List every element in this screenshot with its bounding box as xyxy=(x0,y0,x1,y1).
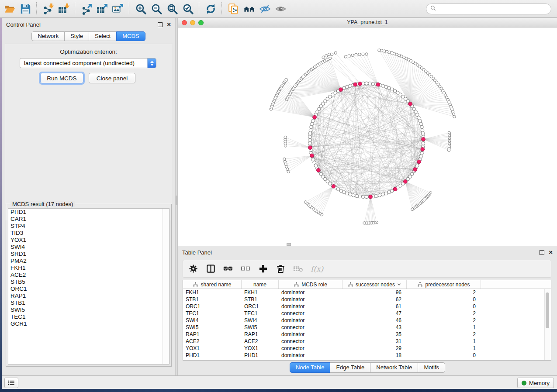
table-cell[interactable]: 29 xyxy=(343,345,407,352)
table-cell[interactable]: SWI4 xyxy=(183,317,242,324)
close-panel-button[interactable]: Close panel xyxy=(89,73,135,83)
show-all-button[interactable] xyxy=(273,2,288,16)
table-cell[interactable]: YOX1 xyxy=(183,345,242,352)
table-cell[interactable]: 1 xyxy=(407,345,481,352)
table-cell[interactable]: ORC1 xyxy=(242,303,279,310)
table-cell[interactable]: 2 xyxy=(407,310,481,317)
float-panel-icon[interactable] xyxy=(158,22,163,27)
table-cell[interactable]: SWI5 xyxy=(183,324,242,331)
export-network-button[interactable] xyxy=(79,2,94,16)
open-file-button[interactable] xyxy=(2,2,17,16)
mcds-result-list[interactable]: PHD1CAR1STP4TID3YOX1SWI4SRD1PMA2FKH1ACE2… xyxy=(8,208,170,364)
table-cell[interactable]: 18 xyxy=(343,352,407,359)
scrollbar-thumb[interactable] xyxy=(546,292,549,328)
table-cell[interactable]: 0 xyxy=(407,296,481,303)
network-graph[interactable] xyxy=(178,28,557,246)
table-cell[interactable]: RAP1 xyxy=(242,331,279,338)
table-row[interactable]: FKH1FKH1dominator962 xyxy=(183,289,551,296)
table-cell[interactable]: 2 xyxy=(407,289,481,296)
tab-style[interactable]: Style xyxy=(64,31,89,41)
table-cell[interactable]: dominator xyxy=(279,331,343,338)
column-header-shared-name[interactable]: shared name xyxy=(183,280,242,289)
table-cell[interactable]: RAP1 xyxy=(183,331,242,338)
export-table-button[interactable] xyxy=(94,2,110,16)
table-cell[interactable]: 35 xyxy=(343,331,407,338)
table-cell[interactable]: STB1 xyxy=(242,296,279,303)
table-cell[interactable]: ACE2 xyxy=(242,338,279,345)
memory-button[interactable]: Memory xyxy=(517,378,554,388)
table-row[interactable]: SWI5SWI5connector431 xyxy=(183,324,551,331)
table-cell[interactable]: 62 xyxy=(343,296,407,303)
table-cell[interactable]: 2 xyxy=(407,317,481,324)
network-window-titlebar[interactable]: YPA_prune.txt_1 xyxy=(178,18,557,28)
table-cell[interactable]: 0 xyxy=(407,352,481,359)
table-cell[interactable]: STB1 xyxy=(183,296,242,303)
refresh-button[interactable] xyxy=(203,2,218,16)
delete-button[interactable] xyxy=(276,264,286,274)
column-header-successor-nodes[interactable]: successor nodes xyxy=(343,280,407,289)
zoom-in-button[interactable] xyxy=(133,2,149,16)
table-tab-motifs[interactable]: Motifs xyxy=(418,362,445,373)
mcds-result-item[interactable]: ORC1 xyxy=(8,285,169,292)
tab-mcds[interactable]: MCDS xyxy=(116,31,145,41)
table-cell[interactable]: 96 xyxy=(343,289,407,296)
copy-network-button[interactable] xyxy=(225,2,241,16)
table-cell[interactable]: dominator xyxy=(279,317,343,324)
table-cell[interactable]: connector xyxy=(279,338,343,345)
zoom-out-button[interactable] xyxy=(149,2,164,16)
table-cell[interactable]: ACE2 xyxy=(183,338,242,345)
mcds-result-item[interactable]: STB1 xyxy=(8,299,169,306)
list-scrollbar[interactable] xyxy=(163,209,169,364)
mcds-result-item[interactable]: FKH1 xyxy=(8,265,169,272)
table-cell[interactable]: FKH1 xyxy=(242,289,279,296)
mcds-result-item[interactable]: ACE2 xyxy=(8,272,169,279)
table-cell[interactable]: PHD1 xyxy=(183,352,242,359)
table-row[interactable]: STB1STB1dominator620 xyxy=(183,296,551,303)
deselect-all-button[interactable] xyxy=(241,264,251,274)
table-row[interactable]: SWI4SWI4dominator462 xyxy=(183,317,551,324)
tab-select[interactable]: Select xyxy=(89,31,117,41)
table-scrollbar[interactable] xyxy=(544,289,550,360)
table-cell[interactable]: 47 xyxy=(343,310,407,317)
import-network-file-button[interactable] xyxy=(40,2,56,16)
search-input[interactable] xyxy=(438,4,551,14)
table-tab-edge-table[interactable]: Edge Table xyxy=(330,362,370,373)
dual-home-button[interactable] xyxy=(241,2,257,16)
table-cell[interactable]: TEC1 xyxy=(183,310,242,317)
column-header-predecessor-nodes[interactable]: predecessor nodes xyxy=(407,280,481,289)
mcds-result-item[interactable]: SWI4 xyxy=(8,244,169,251)
close-table-panel-icon[interactable]: × xyxy=(549,250,553,255)
table-row[interactable]: ORC1ORC1dominator610 xyxy=(183,303,551,310)
import-table-file-button[interactable] xyxy=(56,2,72,16)
table-cell[interactable]: dominator xyxy=(279,303,343,310)
table-cell[interactable]: 43 xyxy=(343,324,407,331)
table-cell[interactable]: 31 xyxy=(343,338,407,345)
table-cell[interactable]: 1 xyxy=(407,324,481,331)
run-mcds-button[interactable]: Run MCDS xyxy=(40,73,83,83)
float-table-panel-icon[interactable] xyxy=(540,250,544,255)
table-cell[interactable]: connector xyxy=(279,310,343,317)
mcds-result-item[interactable]: PMA2 xyxy=(8,258,169,265)
table-cell[interactable]: dominator xyxy=(279,296,343,303)
table-row[interactable]: RAP1RAP1dominator352 xyxy=(183,331,551,338)
table-cell[interactable]: dominator xyxy=(279,289,343,296)
select-all-button[interactable] xyxy=(223,264,233,274)
mcds-result-item[interactable]: SRD1 xyxy=(8,251,169,258)
table-row[interactable]: YOX1YOX1connector291 xyxy=(183,345,551,352)
mcds-result-item[interactable]: TEC1 xyxy=(8,313,169,320)
table-cell[interactable]: FKH1 xyxy=(183,289,242,296)
column-header-name[interactable]: name xyxy=(242,280,279,289)
table-tab-node-table[interactable]: Node Table xyxy=(290,362,331,373)
table-cell[interactable]: SWI5 xyxy=(242,324,279,331)
table-row[interactable]: PHD1PHD1dominator180 xyxy=(183,352,551,359)
mcds-result-item[interactable]: STB5 xyxy=(8,279,169,285)
zoom-selected-button[interactable] xyxy=(180,2,196,16)
splitter-handle[interactable] xyxy=(176,196,177,205)
mcds-result-item[interactable]: YOX1 xyxy=(8,237,169,244)
table-cell[interactable]: 0 xyxy=(407,303,481,310)
hide-selected-button[interactable] xyxy=(257,2,273,16)
mcds-result-item[interactable]: CAR1 xyxy=(8,216,169,223)
search-box[interactable] xyxy=(426,3,551,14)
network-canvas[interactable] xyxy=(178,28,557,246)
table-cell[interactable]: connector xyxy=(279,324,343,331)
